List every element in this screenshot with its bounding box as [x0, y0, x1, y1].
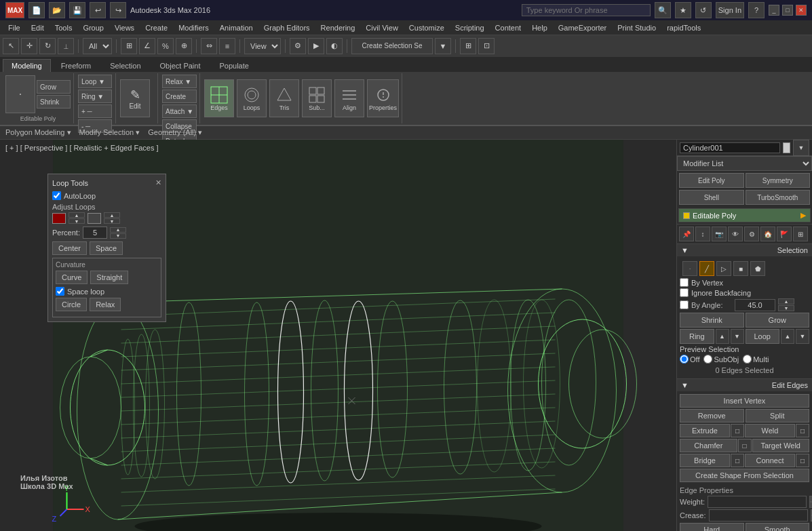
circle-btn[interactable]: Circle — [56, 298, 87, 311]
curve-btn[interactable]: Curve — [56, 271, 88, 284]
angle-down[interactable]: ▼ — [778, 305, 794, 311]
menu-item-tools[interactable]: Tools — [50, 22, 78, 33]
search-input[interactable] — [522, 4, 651, 16]
mirror-btn[interactable]: ⇔ — [201, 38, 217, 54]
search-icon[interactable]: 🔍 — [655, 2, 671, 18]
menu-item-print-studio[interactable]: Print Studio — [612, 22, 661, 33]
smooth-btn[interactable]: Smooth — [746, 523, 810, 531]
weld-btn[interactable]: Weld — [745, 424, 795, 437]
grid-icon[interactable]: ⊞ — [793, 227, 808, 241]
move-btn[interactable]: ✛ — [21, 38, 37, 54]
ribbon-tab-object-paint[interactable]: Object Paint — [151, 59, 210, 72]
connect-btn[interactable]: Connect — [745, 454, 795, 467]
filter-dropdown[interactable]: All — [83, 38, 112, 54]
rotate-btn[interactable]: ↻ — [39, 38, 56, 54]
render-btn[interactable]: ▶ — [308, 38, 324, 54]
angle-up[interactable]: ▲ — [778, 298, 794, 304]
space-btn[interactable]: Space — [90, 241, 123, 255]
settings-icon[interactable]: ⚙ — [744, 227, 759, 241]
scale-btn[interactable]: ⟂ — [58, 38, 74, 54]
modifier-list[interactable]: Modifier List — [677, 156, 812, 171]
ribbon-bottom-polygon[interactable]: Polygon Modeling ▾ — [5, 128, 71, 137]
sel-border-icon[interactable]: ▷ — [716, 261, 731, 276]
update-icon[interactable]: ↺ — [695, 2, 712, 18]
camera-icon[interactable]: 📷 — [712, 227, 727, 241]
sel-element-icon[interactable]: ⬟ — [750, 261, 765, 276]
split-btn[interactable]: Split — [746, 409, 810, 422]
weight-down[interactable]: ▼ — [809, 502, 812, 508]
bridge-settings[interactable]: □ — [731, 454, 744, 467]
menu-item-gameexporter[interactable]: GameExporter — [553, 22, 613, 33]
swatch2-down[interactable]: ▼ — [104, 218, 120, 224]
object-color-box[interactable] — [783, 142, 790, 153]
close-btn[interactable]: ✕ — [796, 5, 807, 16]
edit-poly-btn[interactable]: Edit Poly — [679, 173, 744, 188]
attach-btn[interactable]: Attach ▼ — [162, 104, 197, 118]
center-btn[interactable]: Center — [52, 241, 87, 255]
create-sel-btn[interactable]: Create Selection Se — [351, 38, 433, 54]
loop-spin-up[interactable]: ▲ — [781, 329, 794, 344]
menu-item-file[interactable]: File — [3, 22, 26, 33]
view-dropdown[interactable]: View — [244, 38, 281, 54]
shell-btn[interactable]: Shell — [679, 190, 744, 205]
relax-btn[interactable]: Relax ▼ — [162, 75, 197, 88]
grow-btn-sel[interactable]: Grow — [746, 313, 810, 328]
percent-input[interactable] — [83, 227, 107, 239]
ring-spin-down[interactable]: ▼ — [731, 329, 744, 344]
sel-edge-icon[interactable]: ╱ — [699, 261, 714, 276]
edit-edges-header[interactable]: ▼ Edit Edges — [677, 379, 812, 391]
swatch2-up[interactable]: ▲ — [104, 212, 120, 218]
properties-large-btn[interactable]: Properties — [367, 79, 399, 117]
crease-input[interactable] — [709, 509, 808, 522]
loops-large-btn[interactable]: Loops — [237, 79, 267, 117]
selection-header[interactable]: ▼ Selection — [677, 244, 812, 256]
menu-item-help[interactable]: Help — [526, 22, 553, 33]
ribbon-tab-populate[interactable]: Populate — [210, 59, 257, 72]
relax-tools-btn[interactable]: Relax — [90, 298, 121, 311]
ribbon-bottom-geometry[interactable]: Geometry (All) ▾ — [148, 128, 202, 137]
insert-vertex-btn[interactable]: Insert Vertex — [680, 394, 809, 408]
multi-radio[interactable]: Multi — [743, 355, 769, 363]
insert-loop-btn[interactable]: + ─ — [78, 104, 112, 118]
shrink-btn[interactable]: Shrink — [37, 95, 71, 109]
swatch-down[interactable]: ▼ — [69, 218, 85, 224]
weight-up[interactable]: ▲ — [809, 496, 812, 502]
app-logo[interactable]: MAX — [5, 2, 24, 18]
loop-tools-close[interactable]: ✕ — [155, 178, 161, 187]
off-radio[interactable]: Off — [680, 355, 699, 363]
flag-icon[interactable]: 🚩 — [777, 227, 792, 241]
sel-poly-icon[interactable]: ■ — [733, 261, 748, 276]
sign-in-btn[interactable]: Sign In — [716, 2, 744, 18]
symmetry-btn[interactable]: Symmetry — [746, 173, 811, 188]
by-angle-input[interactable] — [735, 299, 775, 311]
sel-vertex-icon[interactable]: · — [682, 261, 697, 276]
menu-item-content[interactable]: Content — [490, 22, 527, 33]
eye-icon[interactable]: 👁 — [728, 227, 743, 241]
maximize-btn[interactable]: □ — [782, 5, 793, 16]
menu-item-customize[interactable]: Customize — [404, 22, 450, 33]
loop-btn-sel[interactable]: Loop — [746, 329, 780, 344]
grow-btn[interactable]: Grow — [37, 80, 71, 94]
percent-up[interactable]: ▲ — [110, 227, 126, 233]
autoloop-checkbox[interactable] — [52, 191, 61, 200]
remove-btn[interactable]: Remove — [680, 409, 744, 422]
sub-large-btn[interactable]: Sub... — [302, 79, 332, 117]
chamfer-btn[interactable]: Chamfer — [680, 439, 737, 452]
menu-item-graph-editors[interactable]: Graph Editors — [258, 22, 315, 33]
extra-btn2[interactable]: ⊡ — [478, 38, 495, 54]
menu-item-modifiers[interactable]: Modifiers — [173, 22, 214, 33]
tris-large-btn[interactable]: Tris — [269, 79, 299, 117]
align-btn[interactable]: ≡ — [219, 38, 235, 54]
straight-btn[interactable]: Straight — [90, 271, 128, 284]
turbo-smooth-btn[interactable]: TurboSmooth — [746, 190, 811, 205]
pin-icon[interactable]: 📌 — [679, 227, 694, 241]
help-icon[interactable]: ? — [748, 2, 765, 18]
menu-item-edit[interactable]: Edit — [26, 22, 50, 33]
target-weld-btn[interactable]: Target Weld — [752, 439, 810, 452]
percent-down[interactable]: ▼ — [110, 233, 126, 239]
color-swatch-2[interactable] — [88, 213, 101, 224]
create-shape-btn[interactable]: Create Shape From Selection — [680, 469, 809, 482]
extrude-btn[interactable]: Extrude — [680, 424, 730, 437]
stack-editable-poly[interactable]: Editable Poly ▶ — [679, 209, 810, 222]
menu-item-create[interactable]: Create — [140, 22, 173, 33]
